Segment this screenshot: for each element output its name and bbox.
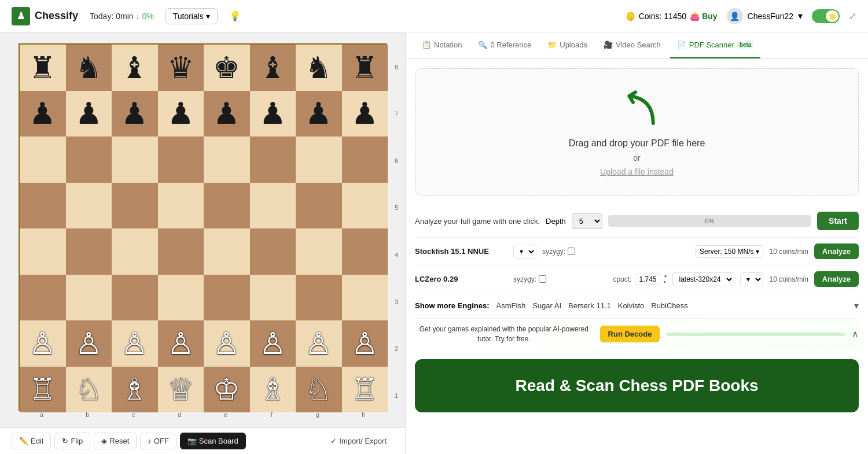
square-f5[interactable] — [250, 183, 296, 229]
square-h7[interactable]: ♟ — [342, 91, 388, 137]
run-decode-button[interactable]: Run Decode — [600, 326, 660, 342]
square-g2[interactable]: ♙ — [296, 320, 342, 367]
scan-board-button[interactable]: 📷 Scan Board — [180, 433, 246, 449]
stockfish-syzygy-checkbox[interactable] — [568, 248, 575, 255]
chess-board[interactable]: ♜♞♝♛♚♝♞♜♟♟♟♟♟♟♟♟♙♙♙♙♙♙♙♙♖♘♗♕♔♗♘♖ — [19, 43, 387, 411]
square-e2[interactable]: ♙ — [204, 320, 250, 367]
stockfish-version-select[interactable]: ▾ — [513, 245, 536, 259]
import-export-button[interactable]: ✓ Import/ Export — [323, 433, 393, 449]
engine-chip-berserk[interactable]: Berserk 11.1 — [568, 301, 611, 310]
square-g5[interactable] — [296, 183, 342, 229]
square-f1[interactable]: ♗ — [250, 367, 296, 413]
square-f4[interactable] — [250, 228, 296, 275]
square-b4[interactable] — [66, 228, 112, 275]
square-e6[interactable] — [204, 136, 250, 183]
decode-collapse-icon[interactable]: ∧ — [852, 328, 859, 339]
edit-button[interactable]: ✏️ Edit — [12, 433, 51, 449]
square-e3[interactable] — [204, 275, 250, 321]
square-c3[interactable] — [112, 275, 158, 321]
square-b3[interactable] — [66, 275, 112, 321]
square-e8[interactable]: ♚ — [204, 45, 250, 91]
square-a2[interactable]: ♙ — [20, 320, 66, 367]
tab-notation[interactable]: 📋 Notation — [415, 32, 469, 58]
buy-button[interactable]: 👛 Buy — [690, 12, 717, 21]
square-g4[interactable] — [296, 228, 342, 275]
square-h6[interactable] — [342, 136, 388, 183]
square-f7[interactable]: ♟ — [250, 91, 296, 137]
square-a4[interactable] — [20, 228, 66, 275]
square-g8[interactable]: ♞ — [296, 45, 342, 91]
start-button[interactable]: Start — [817, 212, 859, 230]
upload-link[interactable]: Upload a file instead — [600, 167, 674, 176]
user-menu[interactable]: 👤 ChessFun22 ▾ — [727, 8, 803, 24]
lczero-model-select[interactable]: latest-320x24 — [672, 272, 734, 286]
square-d8[interactable]: ♛ — [158, 45, 204, 91]
square-b1[interactable]: ♘ — [66, 367, 112, 413]
square-a3[interactable] — [20, 275, 66, 321]
lczero-syzygy-checkbox[interactable] — [539, 275, 546, 283]
pdf-drop-zone[interactable]: Drag and drop your PDF file here or Uplo… — [415, 68, 859, 195]
square-c2[interactable]: ♙ — [112, 320, 158, 367]
square-e4[interactable] — [204, 228, 250, 275]
tab-reference[interactable]: 🔍 0 Reference — [471, 32, 538, 58]
square-f2[interactable]: ♙ — [250, 320, 296, 367]
expand-icon[interactable]: ⤢ — [849, 10, 856, 21]
square-a5[interactable] — [20, 183, 66, 229]
depth-select[interactable]: 3 5 10 15 20 — [572, 213, 602, 229]
square-e7[interactable]: ♟ — [204, 91, 250, 137]
tutorials-button[interactable]: Tutorials ▾ — [165, 8, 218, 24]
sound-button[interactable]: ♪ OFF — [140, 433, 176, 449]
square-d5[interactable] — [158, 183, 204, 229]
square-f6[interactable] — [250, 136, 296, 183]
square-c4[interactable] — [112, 228, 158, 275]
stockfish-analyze-button[interactable]: Analyze — [814, 243, 859, 259]
square-b7[interactable]: ♟ — [66, 91, 112, 137]
expand-engines-icon[interactable]: ▾ — [854, 300, 859, 311]
square-h5[interactable] — [342, 183, 388, 229]
engine-chip-koivisto[interactable]: Koivisto — [618, 301, 645, 310]
square-c1[interactable]: ♗ — [112, 367, 158, 413]
square-c8[interactable]: ♝ — [112, 45, 158, 91]
square-g7[interactable]: ♟ — [296, 91, 342, 137]
square-h1[interactable]: ♖ — [342, 367, 388, 413]
square-g1[interactable]: ♘ — [296, 367, 342, 413]
square-d4[interactable] — [158, 228, 204, 275]
square-e1[interactable]: ♔ — [204, 367, 250, 413]
square-g3[interactable] — [296, 275, 342, 321]
square-d3[interactable] — [158, 275, 204, 321]
lczero-analyze-button[interactable]: Analyze — [814, 271, 859, 287]
square-c7[interactable]: ♟ — [112, 91, 158, 137]
square-d7[interactable]: ♟ — [158, 91, 204, 137]
reset-button[interactable]: ◈ Reset — [94, 433, 137, 449]
square-h8[interactable]: ♜ — [342, 45, 388, 91]
engine-chip-sugarai[interactable]: Sugar AI — [532, 301, 561, 310]
square-d2[interactable]: ♙ — [158, 320, 204, 367]
square-c5[interactable] — [112, 183, 158, 229]
square-a7[interactable]: ♟ — [20, 91, 66, 137]
theme-toggle[interactable]: 🌟 — [812, 9, 840, 23]
square-a6[interactable] — [20, 136, 66, 183]
square-h3[interactable] — [342, 275, 388, 321]
square-h4[interactable] — [342, 228, 388, 275]
square-a1[interactable]: ♖ — [20, 367, 66, 413]
square-d6[interactable] — [158, 136, 204, 183]
square-e5[interactable] — [204, 183, 250, 229]
square-a8[interactable]: ♜ — [20, 45, 66, 91]
square-b6[interactable] — [66, 136, 112, 183]
stockfish-server-select[interactable]: Server: 150 MN/s ▾ — [696, 245, 763, 258]
square-b8[interactable]: ♞ — [66, 45, 112, 91]
cpuct-down-arrow[interactable]: ▸ — [664, 279, 667, 285]
tab-pdf-scanner[interactable]: 📄 PDF Scanner beta — [670, 32, 761, 58]
square-c6[interactable] — [112, 136, 158, 183]
square-d1[interactable]: ♕ — [158, 367, 204, 413]
engine-chip-asmfish[interactable]: AsmFish — [496, 301, 526, 310]
square-b2[interactable]: ♙ — [66, 320, 112, 367]
square-f3[interactable] — [250, 275, 296, 321]
tab-uploads[interactable]: 📁 Uploads — [540, 32, 594, 58]
tab-video-search[interactable]: 🎥 Video Search — [597, 32, 668, 58]
logo[interactable]: ♟ Chessify — [12, 7, 78, 25]
flip-button[interactable]: ↻ Flip — [54, 433, 90, 449]
square-b5[interactable] — [66, 183, 112, 229]
square-f8[interactable]: ♝ — [250, 45, 296, 91]
big-cta-button[interactable]: Read & Scan Chess PDF Books — [415, 359, 859, 412]
